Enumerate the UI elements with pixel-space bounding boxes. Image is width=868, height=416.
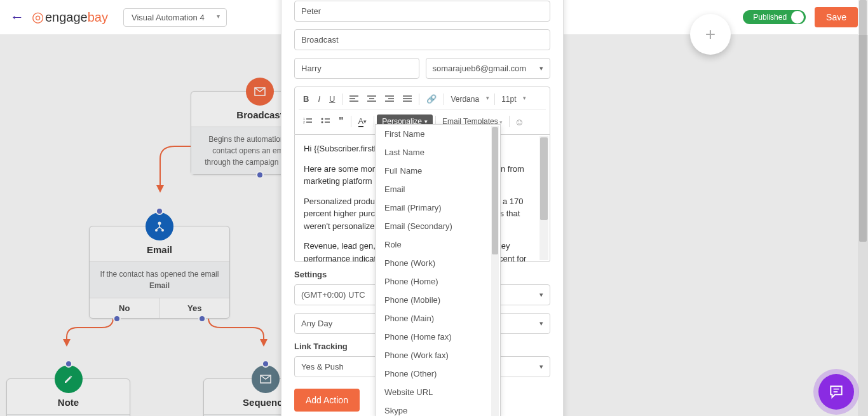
published-toggle[interactable]: Published xyxy=(743,10,806,24)
separator xyxy=(342,94,342,105)
align-right-icon[interactable] xyxy=(381,94,398,105)
bold-icon[interactable]: B xyxy=(299,92,313,106)
input-reply-name[interactable] xyxy=(294,58,419,79)
personalize-option[interactable]: Role xyxy=(376,235,500,254)
dropdown-scrollbar[interactable] xyxy=(491,126,499,416)
add-action-button[interactable]: Add Action xyxy=(294,389,360,412)
day-value: Any Day xyxy=(301,319,332,328)
personalize-option[interactable]: Email (Primary) xyxy=(376,198,500,217)
personalize-option[interactable]: Phone (Work) xyxy=(376,254,500,272)
personalize-option[interactable]: Email (Secondary) xyxy=(376,217,500,235)
font-size-select[interactable]: 11pt xyxy=(498,94,529,105)
separator xyxy=(351,116,351,127)
align-justify-icon[interactable] xyxy=(398,94,416,105)
personalize-option[interactable]: Phone (Home fax) xyxy=(376,328,500,346)
link-icon[interactable]: 🔗 xyxy=(422,92,441,106)
automation-title: Visual Automation 4 xyxy=(132,13,205,22)
dropdown-scrollbar-thumb[interactable] xyxy=(492,127,498,254)
link-tracking-value: Yes & Push xyxy=(301,362,344,371)
font-family-select[interactable]: Verdana xyxy=(447,94,492,105)
personalize-option[interactable]: Phone (Work fax) xyxy=(376,346,500,364)
personalize-option[interactable]: Last Name xyxy=(376,143,500,162)
font-size-value: 11pt xyxy=(501,95,516,104)
editor-scrollbar-thumb[interactable] xyxy=(540,137,548,220)
personalize-option[interactable]: Website URL xyxy=(376,383,500,401)
logo-text-1: engage xyxy=(45,10,88,25)
svg-text:2: 2 xyxy=(303,120,305,124)
underline-icon[interactable]: U xyxy=(325,92,339,106)
logo-text-2: bay xyxy=(88,10,108,25)
toggle-knob xyxy=(791,11,804,24)
published-label: Published xyxy=(753,13,787,22)
align-center-icon[interactable] xyxy=(363,94,381,105)
logo[interactable]: ◎ engagebay xyxy=(32,9,108,25)
input-from-name[interactable] xyxy=(294,1,550,22)
font-family-value: Verdana xyxy=(451,95,479,104)
back-arrow-icon[interactable]: ← xyxy=(10,9,24,25)
personalize-option[interactable]: Phone (Other) xyxy=(376,364,500,383)
separator xyxy=(509,116,510,127)
separator xyxy=(444,94,444,105)
emoji-icon[interactable]: ☺ xyxy=(512,116,527,127)
separator xyxy=(494,94,495,105)
text-color-icon[interactable]: A ▾ xyxy=(354,114,372,129)
select-from-email[interactable]: somarajueb6@gmail.com xyxy=(426,58,551,79)
align-left-icon[interactable] xyxy=(345,94,363,105)
save-button[interactable]: Save xyxy=(815,7,858,27)
timezone-value: (GMT+0:00) UTC xyxy=(301,290,365,300)
personalize-option[interactable]: Phone (Home) xyxy=(376,272,500,291)
chat-bubble[interactable] xyxy=(818,374,854,410)
ordered-list-icon[interactable]: 12 xyxy=(299,116,316,127)
separator xyxy=(419,94,419,105)
automation-title-select[interactable]: Visual Automation 4 xyxy=(123,8,227,27)
personalize-option[interactable]: Email xyxy=(376,180,500,198)
svg-point-24 xyxy=(322,118,323,120)
personalize-option[interactable]: Skype xyxy=(376,401,500,416)
logo-icon: ◎ xyxy=(32,9,44,25)
personalize-option[interactable]: Phone (Main) xyxy=(376,309,500,328)
add-node-fab[interactable]: + xyxy=(690,14,731,55)
from-email-value: somarajueb6@gmail.com xyxy=(433,64,527,73)
input-subject[interactable] xyxy=(294,29,550,50)
unordered-list-icon[interactable] xyxy=(316,116,334,127)
svg-point-26 xyxy=(322,121,323,123)
editor-scrollbar[interactable] xyxy=(539,136,548,260)
personalize-dropdown: First NameLast NameFull NameEmailEmail (… xyxy=(375,124,501,416)
personalize-option[interactable]: Phone (Mobile) xyxy=(376,291,500,309)
italic-icon[interactable]: I xyxy=(313,92,325,106)
blockquote-icon[interactable]: " xyxy=(334,114,348,129)
personalize-option[interactable]: First Name xyxy=(376,125,500,143)
personalize-option[interactable]: Full Name xyxy=(376,162,500,180)
